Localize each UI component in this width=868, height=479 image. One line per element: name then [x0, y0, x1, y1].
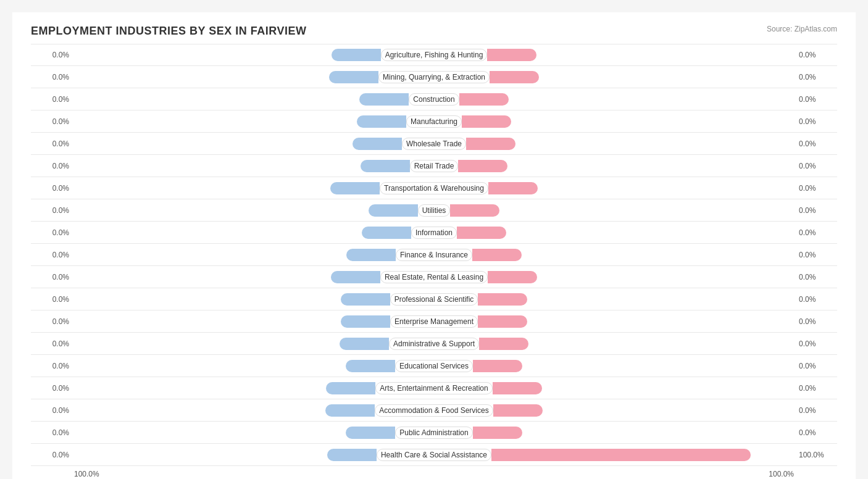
right-pct: 0.0% [794, 428, 837, 437]
bar-row: 0.0%Public Administration0.0% [31, 422, 837, 444]
bar-center: Mining, Quarrying, & Extraction [74, 66, 794, 88]
female-bar-wrapper [459, 92, 794, 107]
chart-title: EMPLOYMENT INDUSTRIES BY SEX IN FAIRVIEW [31, 25, 837, 38]
female-bar-wrapper [479, 336, 794, 351]
female-bar-wrapper [462, 114, 794, 129]
left-pct: 0.0% [31, 384, 74, 393]
bar-center: Finance & Insurance [74, 244, 794, 265]
female-bar [458, 160, 507, 172]
female-bar-wrapper [493, 403, 794, 418]
bar-pair: Professional & Scientific [74, 292, 794, 307]
left-pct: 0.0% [31, 295, 74, 304]
bar-pair: Information [74, 225, 794, 240]
male-bar [332, 49, 381, 61]
female-bar-wrapper [472, 248, 794, 262]
industry-label: Transportation & Warehousing [380, 182, 488, 194]
bar-pair: Public Administration [74, 425, 794, 440]
male-bar-wrapper [74, 270, 380, 285]
male-bar-wrapper [74, 48, 381, 62]
bar-center: Professional & Scientific [74, 288, 794, 310]
male-bar [326, 382, 375, 394]
female-bar-wrapper [493, 381, 794, 396]
bar-pair: Educational Services [74, 359, 794, 373]
bar-center: Health Care & Social Assistance [74, 444, 794, 465]
bar-pair: Manufacturing [74, 114, 794, 129]
bars-area: 0.0%Agriculture, Fishing & Hunting0.0%0.… [31, 44, 837, 466]
left-pct: 0.0% [31, 73, 74, 81]
bar-pair: Retail Trade [74, 159, 794, 173]
industry-label: Retail Trade [410, 160, 459, 172]
bar-row: 0.0%Agriculture, Fishing & Hunting0.0% [31, 44, 837, 66]
female-bar [491, 449, 751, 461]
right-pct: 0.0% [794, 117, 837, 126]
female-bar [466, 138, 515, 150]
right-pct: 0.0% [794, 384, 837, 393]
female-bar [493, 382, 542, 394]
male-bar [346, 360, 395, 372]
female-bar [459, 93, 509, 106]
right-pct: 0.0% [794, 95, 837, 104]
bar-pair: Accommodation & Food Services [74, 403, 794, 418]
industry-label: Mining, Quarrying, & Extraction [378, 71, 490, 83]
left-pct: 0.0% [31, 251, 74, 259]
left-pct: 0.0% [31, 406, 74, 415]
bar-center: Accommodation & Food Services [74, 399, 794, 421]
male-bar [362, 227, 411, 239]
female-bar-wrapper [457, 225, 794, 240]
male-bar [353, 138, 402, 150]
female-bar [487, 49, 536, 61]
bar-center: Construction [74, 88, 794, 110]
female-bar-wrapper [488, 270, 794, 285]
left-pct: 0.0% [31, 339, 74, 348]
left-pct: 0.0% [31, 51, 74, 59]
male-bar [327, 449, 377, 461]
bar-center: Information [74, 222, 794, 243]
right-pct: 0.0% [794, 206, 837, 215]
female-bar [473, 360, 522, 372]
female-bar [472, 249, 522, 261]
right-pct: 100.0% [794, 451, 837, 459]
left-pct: 0.0% [31, 95, 74, 104]
industry-label: Wholesale Trade [402, 138, 466, 150]
left-pct: 0.0% [31, 228, 74, 237]
bar-center: Manufacturing [74, 110, 794, 132]
female-bar-wrapper [458, 159, 794, 173]
right-pct: 0.0% [794, 295, 837, 304]
left-pct: 0.0% [31, 362, 74, 370]
industry-label: Manufacturing [406, 115, 462, 128]
bar-pair: Arts, Entertainment & Recreation [74, 381, 794, 396]
industry-label: Administrative & Support [389, 338, 479, 350]
industry-label: Arts, Entertainment & Recreation [375, 382, 492, 394]
right-pct: 0.0% [794, 362, 837, 370]
right-pct: 0.0% [794, 140, 837, 148]
industry-label: Finance & Insurance [396, 249, 472, 261]
bar-center: Administrative & Support [74, 333, 794, 354]
source-text: Source: ZipAtlas.com [767, 25, 837, 33]
bar-pair: Transportation & Warehousing [74, 181, 794, 196]
male-bar [357, 115, 406, 128]
male-bar-wrapper [74, 448, 377, 462]
male-bar-wrapper [74, 359, 395, 373]
female-bar-wrapper [478, 314, 794, 329]
bar-row: 0.0%Wholesale Trade0.0% [31, 133, 837, 155]
male-bar-wrapper [74, 336, 389, 351]
male-bar-wrapper [74, 114, 406, 129]
male-bar [346, 427, 395, 439]
industry-label: Real Estate, Rental & Leasing [380, 271, 488, 283]
bar-pair: Construction [74, 92, 794, 107]
bar-row: 0.0%Enterprise Management0.0% [31, 310, 837, 333]
bar-row: 0.0%Construction0.0% [31, 88, 837, 110]
female-bar [479, 338, 528, 350]
female-bar-wrapper [473, 359, 794, 373]
bar-pair: Agriculture, Fishing & Hunting [74, 48, 794, 62]
industry-label: Educational Services [395, 360, 473, 372]
bar-pair: Real Estate, Rental & Leasing [74, 270, 794, 285]
right-pct: 0.0% [794, 251, 837, 259]
right-pct: 0.0% [794, 406, 837, 415]
female-bar [473, 427, 522, 439]
male-bar [369, 204, 418, 217]
male-bar [346, 249, 396, 261]
industry-label: Information [411, 227, 457, 239]
bar-row: 0.0%Administrative & Support0.0% [31, 333, 837, 355]
male-bar-wrapper [74, 403, 375, 418]
